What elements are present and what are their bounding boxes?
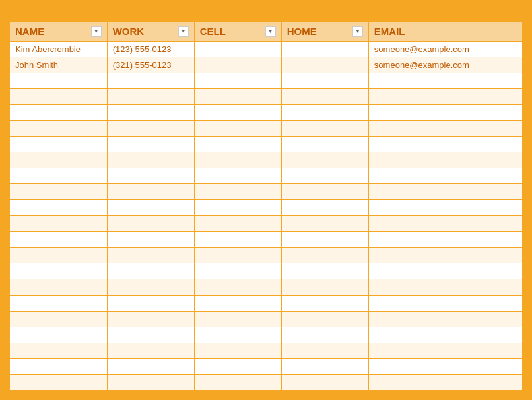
cell-email[interactable] xyxy=(368,279,522,295)
cell-work[interactable] xyxy=(107,200,194,216)
dropdown-arrow-cell[interactable]: ▼ xyxy=(265,26,276,37)
cell-name[interactable] xyxy=(10,137,108,152)
cell-cell[interactable] xyxy=(194,105,281,121)
cell-email[interactable] xyxy=(368,105,522,121)
cell-home[interactable] xyxy=(281,184,368,200)
cell-email[interactable] xyxy=(368,152,522,168)
cell-cell[interactable] xyxy=(194,263,281,279)
cell-cell[interactable] xyxy=(194,358,281,374)
dropdown-arrow-home[interactable]: ▼ xyxy=(352,26,363,37)
cell-email[interactable] xyxy=(368,216,522,232)
cell-email[interactable] xyxy=(368,327,522,343)
cell-home[interactable] xyxy=(281,311,368,327)
cell-work[interactable] xyxy=(107,343,194,358)
cell-home[interactable] xyxy=(281,279,368,295)
cell-cell[interactable] xyxy=(194,184,281,200)
cell-name[interactable] xyxy=(10,279,108,295)
cell-home[interactable] xyxy=(281,105,368,121)
cell-email[interactable] xyxy=(368,73,522,89)
cell-cell[interactable] xyxy=(194,137,281,152)
cell-home[interactable] xyxy=(281,216,368,232)
cell-work[interactable] xyxy=(107,216,194,232)
cell-home[interactable] xyxy=(281,327,368,343)
cell-home[interactable] xyxy=(281,358,368,374)
cell-work[interactable]: (321) 555-0123 xyxy=(107,57,194,73)
cell-name[interactable] xyxy=(10,89,108,105)
cell-home[interactable] xyxy=(281,73,368,89)
cell-home[interactable] xyxy=(281,121,368,137)
dropdown-arrow-name[interactable]: ▼ xyxy=(91,26,102,37)
cell-work[interactable] xyxy=(107,263,194,279)
cell-work[interactable]: (123) 555-0123 xyxy=(107,42,194,57)
cell-name[interactable] xyxy=(10,263,108,279)
cell-cell[interactable] xyxy=(194,121,281,137)
cell-home[interactable] xyxy=(281,248,368,263)
cell-email[interactable]: someone@example.com xyxy=(368,57,522,73)
cell-cell[interactable] xyxy=(194,73,281,89)
cell-email[interactable] xyxy=(368,184,522,200)
cell-work[interactable] xyxy=(107,358,194,374)
cell-cell[interactable] xyxy=(194,216,281,232)
cell-name[interactable] xyxy=(10,327,108,343)
cell-email[interactable] xyxy=(368,263,522,279)
cell-name[interactable] xyxy=(10,295,108,311)
cell-email[interactable] xyxy=(368,343,522,358)
cell-name[interactable] xyxy=(10,358,108,374)
cell-work[interactable] xyxy=(107,327,194,343)
cell-work[interactable] xyxy=(107,105,194,121)
cell-name[interactable] xyxy=(10,168,108,184)
cell-name[interactable] xyxy=(10,105,108,121)
dropdown-arrow-work[interactable]: ▼ xyxy=(178,26,189,37)
cell-work[interactable] xyxy=(107,137,194,152)
cell-email[interactable] xyxy=(368,89,522,105)
cell-work[interactable] xyxy=(107,73,194,89)
cell-cell[interactable] xyxy=(194,343,281,358)
cell-work[interactable] xyxy=(107,232,194,248)
cell-name[interactable]: John Smith xyxy=(10,57,108,73)
cell-cell[interactable] xyxy=(194,327,281,343)
cell-home[interactable] xyxy=(281,295,368,311)
cell-work[interactable] xyxy=(107,248,194,263)
cell-email[interactable]: someone@example.com xyxy=(368,42,522,57)
cell-name[interactable] xyxy=(10,232,108,248)
cell-email[interactable] xyxy=(368,168,522,184)
cell-name[interactable]: Kim Abercrombie xyxy=(10,42,108,57)
cell-work[interactable] xyxy=(107,295,194,311)
cell-cell[interactable] xyxy=(194,311,281,327)
cell-name[interactable] xyxy=(10,374,108,390)
cell-home[interactable] xyxy=(281,232,368,248)
cell-work[interactable] xyxy=(107,168,194,184)
cell-cell[interactable] xyxy=(194,295,281,311)
cell-home[interactable] xyxy=(281,57,368,73)
cell-home[interactable] xyxy=(281,200,368,216)
cell-name[interactable] xyxy=(10,343,108,358)
cell-email[interactable] xyxy=(368,232,522,248)
cell-cell[interactable] xyxy=(194,89,281,105)
cell-email[interactable] xyxy=(368,358,522,374)
cell-email[interactable] xyxy=(368,248,522,263)
cell-name[interactable] xyxy=(10,311,108,327)
cell-home[interactable] xyxy=(281,152,368,168)
cell-cell[interactable] xyxy=(194,279,281,295)
cell-name[interactable] xyxy=(10,200,108,216)
cell-cell[interactable] xyxy=(194,57,281,73)
cell-home[interactable] xyxy=(281,137,368,152)
cell-name[interactable] xyxy=(10,248,108,263)
cell-name[interactable] xyxy=(10,73,108,89)
cell-home[interactable] xyxy=(281,343,368,358)
cell-name[interactable] xyxy=(10,121,108,137)
cell-email[interactable] xyxy=(368,137,522,152)
cell-email[interactable] xyxy=(368,374,522,390)
cell-home[interactable] xyxy=(281,89,368,105)
cell-work[interactable] xyxy=(107,374,194,390)
cell-cell[interactable] xyxy=(194,168,281,184)
cell-work[interactable] xyxy=(107,121,194,137)
cell-work[interactable] xyxy=(107,184,194,200)
cell-home[interactable] xyxy=(281,374,368,390)
cell-home[interactable] xyxy=(281,168,368,184)
cell-work[interactable] xyxy=(107,311,194,327)
cell-cell[interactable] xyxy=(194,42,281,57)
cell-name[interactable] xyxy=(10,184,108,200)
cell-name[interactable] xyxy=(10,152,108,168)
cell-cell[interactable] xyxy=(194,200,281,216)
